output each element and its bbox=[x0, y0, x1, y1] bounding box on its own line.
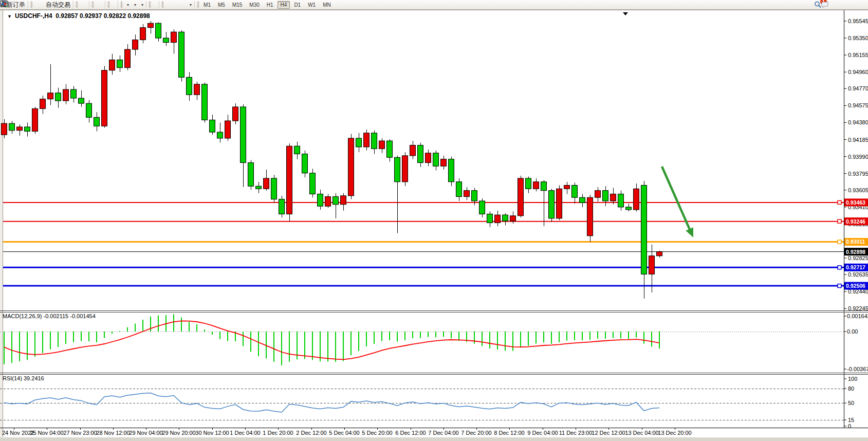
toolbar-grip[interactable] bbox=[91, 1, 94, 8]
candle bbox=[32, 108, 38, 131]
macd-histogram-bar bbox=[34, 332, 35, 357]
toolbar-grip[interactable] bbox=[120, 1, 123, 8]
toolbar-grip[interactable] bbox=[30, 1, 33, 8]
candle bbox=[179, 32, 184, 77]
resistance-line-2-price-tag-label: 0.93246 bbox=[846, 218, 865, 225]
candle bbox=[171, 32, 177, 42]
macd-histogram-bar bbox=[42, 332, 43, 353]
crosshair-button[interactable] bbox=[155, 1, 158, 9]
arrows-button[interactable]: ▾ bbox=[186, 1, 193, 9]
support-line-2-handle[interactable] bbox=[838, 284, 841, 288]
candle bbox=[225, 121, 231, 138]
macd-histogram-bar bbox=[528, 332, 529, 346]
macd-histogram-bar bbox=[389, 332, 390, 340]
price-tick-label: 0.94960 bbox=[848, 69, 868, 75]
timeframe-h1-button[interactable]: H1 bbox=[264, 1, 276, 9]
macd-histogram-bar bbox=[227, 332, 228, 341]
candle bbox=[25, 127, 30, 131]
indicators-button[interactable]: ▾ bbox=[123, 1, 131, 9]
candle bbox=[71, 89, 77, 98]
candle bbox=[433, 153, 439, 166]
resistance-line-2-handle[interactable] bbox=[838, 219, 841, 223]
templates-button[interactable]: ▾ bbox=[138, 1, 145, 9]
candle bbox=[364, 133, 370, 147]
support-line-1-handle[interactable] bbox=[838, 266, 841, 269]
timeframe-mn-button[interactable]: MN bbox=[320, 1, 334, 9]
top-toolbar: 新订单自动交易▾▾▾EFAT▾M1M5M15M30H1H4D1W1MN1 bbox=[0, 0, 868, 10]
candle bbox=[464, 191, 470, 197]
candle bbox=[456, 182, 462, 197]
timeframe-m5-button[interactable]: M5 bbox=[215, 1, 228, 9]
macd-histogram-bar bbox=[451, 332, 452, 338]
toolbar-separator bbox=[105, 1, 106, 9]
resistance-line-1-handle[interactable] bbox=[838, 200, 841, 204]
timeframe-w1-button[interactable]: W1 bbox=[305, 1, 319, 9]
candle bbox=[318, 194, 323, 206]
toolbar-grip[interactable] bbox=[76, 1, 78, 8]
timeframe-m1-button[interactable]: M1 bbox=[200, 1, 214, 9]
chart-shift-button[interactable] bbox=[114, 1, 117, 9]
chart-shift-marker[interactable] bbox=[623, 12, 628, 15]
chat-button[interactable]: 1 bbox=[821, 1, 824, 9]
pivot-line-handle[interactable] bbox=[838, 240, 841, 244]
rsi-name: RSI(14) bbox=[3, 375, 22, 381]
candle bbox=[379, 141, 385, 149]
macd-histogram-bar bbox=[443, 332, 444, 337]
timeframe-m30-button[interactable]: M30 bbox=[246, 1, 262, 9]
toolbar-grip[interactable] bbox=[149, 1, 151, 8]
candle bbox=[117, 60, 123, 67]
periods-button[interactable]: ▾ bbox=[131, 1, 138, 9]
candle bbox=[94, 117, 100, 126]
candle bbox=[102, 70, 107, 126]
candle bbox=[348, 138, 354, 196]
rsi-tick-label: 80 bbox=[848, 385, 854, 392]
candle bbox=[56, 93, 61, 101]
candle bbox=[356, 138, 362, 147]
rsi-tick-label: 0 bbox=[848, 423, 851, 429]
rsi-line bbox=[4, 393, 659, 413]
candle bbox=[310, 173, 316, 194]
toolbar-separator bbox=[146, 1, 147, 9]
annotation-arrow[interactable] bbox=[662, 167, 691, 233]
toolbar-grip[interactable] bbox=[161, 1, 164, 8]
dropdown-arrow-icon[interactable]: ▾ bbox=[141, 3, 143, 7]
price-tick-label: 0.94770 bbox=[848, 85, 868, 91]
tile-windows-button[interactable] bbox=[101, 1, 104, 9]
price-tick-label: 0.93795 bbox=[848, 171, 868, 177]
search-button[interactable] bbox=[814, 1, 817, 9]
candle bbox=[503, 215, 508, 221]
candle bbox=[402, 156, 408, 182]
timeframe-h4-button[interactable]: H4 bbox=[278, 1, 290, 9]
candle bbox=[510, 216, 516, 221]
macd-histogram-bar bbox=[428, 332, 429, 337]
autotrade-button-label: 自动交易 bbox=[46, 1, 70, 9]
macd-histogram-bar bbox=[358, 332, 359, 351]
price-tick-label: 0.94575 bbox=[848, 102, 868, 108]
macd-histogram-bar bbox=[150, 317, 151, 332]
candle bbox=[256, 186, 262, 189]
macd-histogram-bar bbox=[258, 332, 259, 356]
candle bbox=[333, 197, 339, 205]
macd-histogram-bar bbox=[158, 316, 159, 332]
dropdown-arrow-icon[interactable]: ▾ bbox=[127, 3, 129, 7]
candle bbox=[641, 185, 647, 274]
bottom-strip bbox=[0, 437, 868, 441]
price-tick-label: 0.93990 bbox=[848, 154, 868, 160]
resistance-line-1-price-tag-label: 0.93463 bbox=[846, 199, 865, 206]
toolbar-grip[interactable] bbox=[197, 1, 199, 8]
time-tick-label: 7 Dec 20:00 bbox=[461, 430, 491, 436]
candle bbox=[125, 49, 131, 68]
dropdown-arrow-icon[interactable]: ▾ bbox=[134, 3, 136, 7]
timeframe-m15-button[interactable]: M15 bbox=[229, 1, 245, 9]
line-chart-button[interactable] bbox=[85, 1, 88, 9]
macd-histogram-bar bbox=[250, 332, 251, 352]
macd-histogram-bar bbox=[81, 332, 82, 341]
toolbar-grip[interactable] bbox=[107, 1, 110, 8]
timeframe-d1-button[interactable]: D1 bbox=[291, 1, 304, 9]
candle bbox=[241, 107, 246, 162]
macd-name: MACD(12,26,9) bbox=[3, 313, 42, 319]
chevron-down-icon[interactable]: ▼ bbox=[7, 14, 12, 19]
autotrade-button[interactable]: 自动交易 bbox=[43, 1, 72, 9]
dropdown-arrow-icon[interactable]: ▾ bbox=[190, 3, 192, 7]
rsi-tick-label: 100 bbox=[848, 376, 857, 382]
